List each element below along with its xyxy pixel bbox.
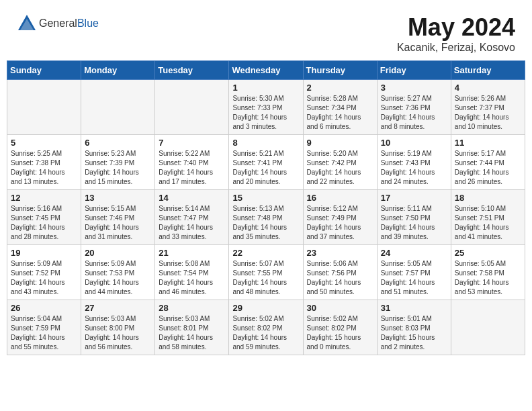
day-number: 28 [159, 303, 225, 313]
day-content: Sunrise: 5:04 AM Sunset: 7:59 PM Dayligh… [11, 314, 77, 352]
day-content: Sunrise: 5:03 AM Sunset: 8:00 PM Dayligh… [85, 314, 151, 352]
logo-general-text: General [39, 17, 77, 29]
day-cell-4: 4Sunrise: 5:26 AM Sunset: 7:37 PM Daylig… [451, 80, 525, 135]
day-content: Sunrise: 5:20 AM Sunset: 7:42 PM Dayligh… [307, 149, 373, 187]
day-cell-5: 5Sunrise: 5:25 AM Sunset: 7:38 PM Daylig… [7, 135, 81, 190]
day-number: 6 [85, 138, 151, 148]
logo-icon [17, 13, 37, 34]
day-number: 11 [455, 138, 521, 148]
empty-cell [451, 300, 525, 355]
day-number: 1 [232, 83, 299, 93]
day-cell-27: 27Sunrise: 5:03 AM Sunset: 8:00 PM Dayli… [81, 300, 155, 355]
day-cell-2: 2Sunrise: 5:28 AM Sunset: 7:34 PM Daylig… [303, 80, 377, 135]
day-content: Sunrise: 5:01 AM Sunset: 8:03 PM Dayligh… [381, 314, 447, 352]
day-number: 26 [11, 303, 77, 313]
day-cell-6: 6Sunrise: 5:23 AM Sunset: 7:39 PM Daylig… [81, 135, 155, 190]
day-content: Sunrise: 5:08 AM Sunset: 7:54 PM Dayligh… [159, 259, 225, 297]
day-number: 17 [381, 193, 447, 203]
day-number: 23 [307, 248, 373, 258]
weekday-header-tuesday: Tuesday [155, 61, 229, 80]
day-content: Sunrise: 5:06 AM Sunset: 7:56 PM Dayligh… [307, 259, 373, 297]
day-content: Sunrise: 5:27 AM Sunset: 7:36 PM Dayligh… [381, 94, 447, 132]
day-content: Sunrise: 5:07 AM Sunset: 7:55 PM Dayligh… [232, 259, 299, 297]
day-content: Sunrise: 5:12 AM Sunset: 7:49 PM Dayligh… [307, 204, 373, 242]
day-content: Sunrise: 5:03 AM Sunset: 8:01 PM Dayligh… [159, 314, 225, 352]
week-row-4: 19Sunrise: 5:09 AM Sunset: 7:52 PM Dayli… [7, 245, 525, 300]
day-cell-20: 20Sunrise: 5:09 AM Sunset: 7:53 PM Dayli… [81, 245, 155, 300]
day-content: Sunrise: 5:22 AM Sunset: 7:40 PM Dayligh… [159, 149, 225, 187]
day-number: 7 [159, 138, 225, 148]
day-content: Sunrise: 5:21 AM Sunset: 7:41 PM Dayligh… [232, 149, 299, 187]
day-content: Sunrise: 5:28 AM Sunset: 7:34 PM Dayligh… [307, 94, 373, 132]
day-cell-12: 12Sunrise: 5:16 AM Sunset: 7:45 PM Dayli… [7, 190, 81, 245]
week-row-3: 12Sunrise: 5:16 AM Sunset: 7:45 PM Dayli… [7, 190, 525, 245]
day-content: Sunrise: 5:09 AM Sunset: 7:52 PM Dayligh… [11, 259, 77, 297]
day-cell-10: 10Sunrise: 5:19 AM Sunset: 7:43 PM Dayli… [377, 135, 451, 190]
logo: GeneralBlue [17, 13, 99, 34]
day-number: 12 [11, 193, 77, 203]
day-cell-7: 7Sunrise: 5:22 AM Sunset: 7:40 PM Daylig… [155, 135, 229, 190]
day-cell-11: 11Sunrise: 5:17 AM Sunset: 7:44 PM Dayli… [451, 135, 525, 190]
location: Kacanik, Ferizaj, Kosovo [397, 42, 515, 54]
day-number: 5 [11, 138, 77, 148]
day-number: 20 [85, 248, 151, 258]
day-content: Sunrise: 5:15 AM Sunset: 7:46 PM Dayligh… [85, 204, 151, 242]
weekday-header-monday: Monday [81, 61, 155, 80]
day-content: Sunrise: 5:14 AM Sunset: 7:47 PM Dayligh… [159, 204, 225, 242]
day-cell-21: 21Sunrise: 5:08 AM Sunset: 7:54 PM Dayli… [155, 245, 229, 300]
day-number: 16 [307, 193, 373, 203]
week-row-1: 1Sunrise: 5:30 AM Sunset: 7:33 PM Daylig… [7, 80, 525, 135]
day-number: 29 [232, 303, 299, 313]
weekday-header-thursday: Thursday [303, 61, 377, 80]
day-number: 10 [381, 138, 447, 148]
weekday-header-saturday: Saturday [451, 61, 525, 80]
week-row-5: 26Sunrise: 5:04 AM Sunset: 7:59 PM Dayli… [7, 300, 525, 355]
day-content: Sunrise: 5:13 AM Sunset: 7:48 PM Dayligh… [232, 204, 299, 242]
day-content: Sunrise: 5:16 AM Sunset: 7:45 PM Dayligh… [11, 204, 77, 242]
weekday-header-row: SundayMondayTuesdayWednesdayThursdayFrid… [7, 61, 525, 80]
day-content: Sunrise: 5:23 AM Sunset: 7:39 PM Dayligh… [85, 149, 151, 187]
weekday-header-wednesday: Wednesday [229, 61, 303, 80]
day-cell-14: 14Sunrise: 5:14 AM Sunset: 7:47 PM Dayli… [155, 190, 229, 245]
day-cell-13: 13Sunrise: 5:15 AM Sunset: 7:46 PM Dayli… [81, 190, 155, 245]
day-number: 2 [307, 83, 373, 93]
week-row-2: 5Sunrise: 5:25 AM Sunset: 7:38 PM Daylig… [7, 135, 525, 190]
day-number: 13 [85, 193, 151, 203]
day-number: 14 [159, 193, 225, 203]
logo-blue-text: Blue [77, 17, 99, 29]
day-number: 31 [381, 303, 447, 313]
day-content: Sunrise: 5:19 AM Sunset: 7:43 PM Dayligh… [381, 149, 447, 187]
empty-cell [81, 80, 155, 135]
day-content: Sunrise: 5:02 AM Sunset: 8:02 PM Dayligh… [307, 314, 373, 352]
day-content: Sunrise: 5:09 AM Sunset: 7:53 PM Dayligh… [85, 259, 151, 297]
day-cell-8: 8Sunrise: 5:21 AM Sunset: 7:41 PM Daylig… [229, 135, 303, 190]
day-number: 15 [232, 193, 299, 203]
month-title: May 2024 [397, 13, 515, 42]
day-content: Sunrise: 5:05 AM Sunset: 7:57 PM Dayligh… [381, 259, 447, 297]
day-cell-29: 29Sunrise: 5:02 AM Sunset: 8:02 PM Dayli… [229, 300, 303, 355]
day-content: Sunrise: 5:05 AM Sunset: 7:58 PM Dayligh… [455, 259, 521, 297]
day-cell-30: 30Sunrise: 5:02 AM Sunset: 8:02 PM Dayli… [303, 300, 377, 355]
day-number: 4 [455, 83, 521, 93]
day-cell-9: 9Sunrise: 5:20 AM Sunset: 7:42 PM Daylig… [303, 135, 377, 190]
day-cell-3: 3Sunrise: 5:27 AM Sunset: 7:36 PM Daylig… [377, 80, 451, 135]
day-number: 27 [85, 303, 151, 313]
day-cell-23: 23Sunrise: 5:06 AM Sunset: 7:56 PM Dayli… [303, 245, 377, 300]
day-cell-31: 31Sunrise: 5:01 AM Sunset: 8:03 PM Dayli… [377, 300, 451, 355]
day-number: 3 [381, 83, 447, 93]
day-cell-15: 15Sunrise: 5:13 AM Sunset: 7:48 PM Dayli… [229, 190, 303, 245]
day-number: 22 [232, 248, 299, 258]
day-cell-1: 1Sunrise: 5:30 AM Sunset: 7:33 PM Daylig… [229, 80, 303, 135]
day-number: 18 [455, 193, 521, 203]
empty-cell [7, 80, 81, 135]
day-cell-25: 25Sunrise: 5:05 AM Sunset: 7:58 PM Dayli… [451, 245, 525, 300]
day-number: 9 [307, 138, 373, 148]
day-number: 25 [455, 248, 521, 258]
day-content: Sunrise: 5:17 AM Sunset: 7:44 PM Dayligh… [455, 149, 521, 187]
day-cell-17: 17Sunrise: 5:11 AM Sunset: 7:50 PM Dayli… [377, 190, 451, 245]
day-number: 24 [381, 248, 447, 258]
calendar-table: SundayMondayTuesdayWednesdayThursdayFrid… [7, 60, 525, 355]
day-cell-28: 28Sunrise: 5:03 AM Sunset: 8:01 PM Dayli… [155, 300, 229, 355]
day-content: Sunrise: 5:30 AM Sunset: 7:33 PM Dayligh… [232, 94, 299, 132]
day-content: Sunrise: 5:10 AM Sunset: 7:51 PM Dayligh… [455, 204, 521, 242]
